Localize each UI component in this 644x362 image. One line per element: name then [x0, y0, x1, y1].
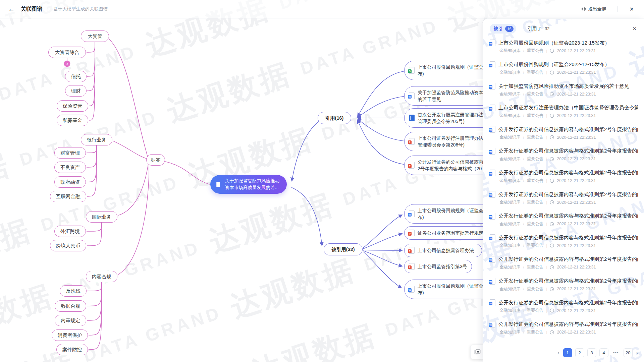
list-item[interactable]: W 公开发行证券的公司信息披露内容与格式准则第2号年度报告的内... 金融知识库…: [490, 148, 638, 170]
list-item[interactable]: W 公开发行证券的公司信息披露内容与格式准则第2号年度报告的内... 金融知识库…: [490, 321, 638, 343]
document-node-title: 公开发行证券的公司信息披露内: [418, 159, 483, 165]
document-node-title: 上市公司证券发行注册管理办法: [418, 135, 483, 141]
doc-word-icon: W: [490, 256, 495, 263]
clock-icon: [550, 179, 554, 183]
page-button[interactable]: 2: [575, 348, 584, 357]
doc-word-icon: W: [490, 213, 495, 220]
back-arrow-icon[interactable]: ←: [8, 5, 15, 13]
list-item[interactable]: W 公开发行证券的公司信息披露内容与格式准则第2号年度报告的内... 金融知识库…: [490, 191, 638, 213]
tag-node-child[interactable]: 反洗钱: [60, 285, 87, 297]
tag-node-parent[interactable]: 国际业务: [86, 211, 117, 223]
tag-node-child[interactable]: 互联网金融: [50, 191, 86, 202]
list-item[interactable]: W 公开发行证券的公司信息披露内容与格式准则第2号年度报告的内... 金融知识库…: [490, 170, 638, 191]
tag-node-parent[interactable]: 大资管: [81, 31, 109, 42]
association-graph-screen: 达观数据DATA GRAND达观数据DATA GRAND达观数据DATA GRA…: [0, 0, 644, 362]
minimap-icon: [474, 349, 481, 355]
graph-edge: [292, 121, 319, 181]
tag-node-child[interactable]: 信托: [65, 71, 87, 82]
topbar: ← 关联图谱 基于大模型生成的关联图谱 退出全屏 ✕: [0, 0, 644, 18]
document-node-title: 上市公司股份回购规则（证监会: [418, 283, 483, 289]
tag-node-child[interactable]: 不良资产: [54, 162, 86, 173]
list-item-time: 2020-12-21 22:23:31: [557, 222, 596, 226]
list-item-tag: 重要公告: [527, 308, 544, 313]
panel-close-icon[interactable]: ✕: [631, 25, 638, 33]
list-item-source: 金融知识库: [499, 91, 521, 97]
exit-fullscreen-button[interactable]: 退出全屏: [581, 6, 606, 12]
document-node-title: 布): [418, 70, 483, 77]
list-item-source: 金融知识库: [499, 48, 521, 54]
page-prev-icon[interactable]: ‹: [557, 350, 560, 356]
document-node[interactable]: P上市公司信息披露管理办法: [404, 244, 482, 257]
list-item-title: 上市公司股份回购规则（证监会2022-12-15发布）: [498, 61, 610, 68]
list-item[interactable]: W 公开发行证券的公司信息披露内容与格式准则第2号年度报告的内... 金融知识库…: [490, 234, 638, 256]
list-item-source: 金融知识库: [499, 308, 521, 313]
graph-edge: [87, 145, 97, 167]
tag-node-child[interactable]: 财富管理: [54, 147, 86, 159]
tag-node-child[interactable]: 案件防控: [56, 344, 88, 355]
list-item-title: 公开发行证券的公司信息披露内容与格式准则第2号年度报告的内...: [498, 321, 638, 327]
doc-word-icon: W: [409, 93, 415, 99]
clock-icon: [550, 222, 554, 226]
tag-node-child[interactable]: 数据合规: [55, 300, 86, 312]
graph-edge: [87, 42, 95, 52]
graph-edge: [89, 42, 95, 120]
graph-edge: [358, 119, 405, 141]
list-item[interactable]: W 公开发行证券的公司信息披露内容与格式准则第2号年度报告的内... 金融知识库…: [490, 213, 638, 235]
graph-edge: [165, 162, 211, 185]
clock-icon: [550, 308, 554, 313]
list-item-source: 金融知识库: [499, 113, 521, 119]
graph-edge: [87, 145, 97, 153]
list-item-source: 金融知识库: [499, 286, 521, 292]
cites-group-node[interactable]: 引用(16): [318, 112, 351, 124]
tag-node-child[interactable]: 政府融资: [54, 176, 86, 188]
list-item[interactable]: W 上市公司证券发行注册管理办法（中国证券监督管理委员会令第2... 金融知识库…: [490, 105, 638, 126]
page-next-icon[interactable]: ›: [636, 350, 639, 356]
tag-node-child[interactable]: 跨境人民币: [50, 240, 86, 251]
tag-node-child[interactable]: 外汇跨境: [54, 226, 86, 237]
page-button[interactable]: 20: [624, 348, 633, 357]
list-item-source: 金融知识库: [499, 243, 521, 248]
central-document-node[interactable]: 关于加强监管防范风险推动 资本市场高质量发展的若...: [210, 175, 287, 194]
page-button[interactable]: 1: [563, 348, 572, 357]
clock-icon: [550, 70, 554, 75]
list-item-title: 公开发行证券的公司信息披露内容与格式准则第2号年度报告的内...: [498, 148, 638, 154]
list-item-tag: 重要公告: [527, 221, 544, 227]
document-node[interactable]: P上市公司监管指引第3号: [404, 260, 472, 273]
tag-node-child[interactable]: 私募基金: [57, 115, 88, 126]
tag-node-parent[interactable]: 银行业务: [81, 134, 112, 145]
graph-edge: [358, 71, 405, 116]
tag-node-child[interactable]: 消费者保护: [52, 329, 88, 341]
list-item[interactable]: W 上市公司股份回购规则（证监会2023-12-15发布） 金融知识库 / 重要…: [490, 40, 638, 61]
doc-word-icon: W: [490, 321, 495, 328]
document-node-title: 上市公司股份回购规则（证监会: [418, 207, 483, 214]
list-item-title: 上市公司股份回购规则（证监会2023-12-15发布）: [498, 40, 610, 46]
collapsed-count-badge[interactable]: 3: [64, 61, 70, 67]
tag-node-child[interactable]: 内审规定: [55, 315, 86, 326]
document-node-title: 上市公司信息披露管理办法: [418, 247, 474, 254]
list-item[interactable]: W 上市公司股份回购规则（证监会2022-12-15发布） 金融知识库 / 重要…: [490, 61, 638, 83]
graph-edge: [363, 250, 402, 250]
list-item[interactable]: W 公开发行证券的公司信息披露内容与格式准则第2号年度报告的内... 金融知识库…: [490, 256, 638, 278]
graph-edge: [87, 282, 102, 320]
list-item[interactable]: W 公开发行证券的公司信息披露内容与格式准则第2号年度报告的内... 金融知识库…: [490, 126, 638, 148]
pagination: ‹ 1234•••20 ›: [557, 348, 639, 357]
tag-node-child[interactable]: 大资管综合: [48, 47, 86, 58]
list-item[interactable]: W 公开发行证券的公司信息披露内容与格式准则第2号年度报告的内... 金融知识库…: [490, 278, 638, 300]
page-button[interactable]: 4: [599, 348, 608, 357]
page-ellipsis[interactable]: •••: [611, 348, 621, 357]
page-button[interactable]: 3: [587, 348, 596, 357]
tab-cited-by-badge: 16: [505, 26, 514, 32]
cited-by-group-node[interactable]: 被引用(32): [324, 243, 363, 255]
list-item[interactable]: W 关于加强监管防范风险推动资本市场高质量发展的若干意见 金融知识库 / 重要公…: [490, 83, 638, 105]
tab-cites-count: 32: [545, 26, 549, 31]
tag-node-child[interactable]: 理财: [65, 85, 87, 97]
tag-node-child[interactable]: 保险资管: [57, 100, 88, 112]
tab-cites[interactable]: 引用了 32: [528, 26, 549, 32]
list-item[interactable]: W 公开发行证券的公司信息披露内容与格式准则第2号年度报告的内... 金融知识库…: [490, 299, 638, 321]
list-item-time: 2020-12-21 22:23:31: [557, 92, 596, 97]
graph-edge: [87, 145, 97, 196]
tag-node-parent[interactable]: 内容合规: [86, 271, 117, 282]
tab-cited-by[interactable]: 被引 16: [490, 24, 516, 34]
tag-root-node[interactable]: 标签: [146, 154, 165, 166]
close-icon[interactable]: ✕: [628, 6, 635, 12]
